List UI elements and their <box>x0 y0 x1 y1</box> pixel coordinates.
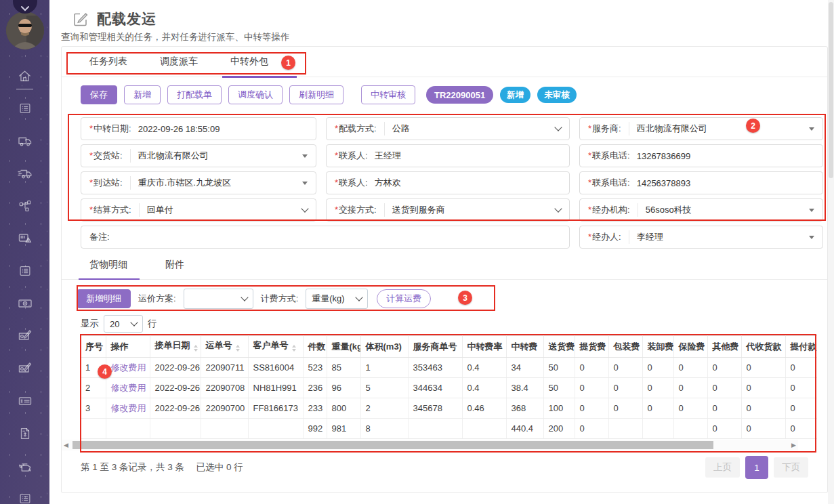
table-cell: 2 <box>360 398 408 419</box>
table-row[interactable]: 2修改费用2022-09-2622090708NH81H991236965344… <box>81 378 817 398</box>
handover-method-field[interactable]: *交接方式:送货到服务商 <box>326 198 570 222</box>
sidebar-item-cheque[interactable] <box>0 386 49 419</box>
table-cell: 22090700 <box>201 398 248 419</box>
phone-2-field[interactable]: *联系电话:14256378893 <box>579 171 823 194</box>
table-cell: 22090708 <box>201 378 248 398</box>
chevron-down-icon <box>20 5 30 12</box>
modify-fee-link[interactable]: 修改费用 <box>111 362 146 373</box>
sidebar-item-truck-fast[interactable] <box>0 159 49 191</box>
remark-field[interactable]: 备注: <box>81 226 570 249</box>
table-cell: 2022-09-26 <box>150 378 201 398</box>
table-cell <box>462 419 506 439</box>
dropdown-triangle-icon[interactable] <box>302 154 308 161</box>
modify-fee-link[interactable]: 修改费用 <box>111 403 146 413</box>
service-provider-field[interactable]: *服务商:西北物流有限公司 <box>579 117 823 140</box>
table-cell: 0 <box>741 378 785 398</box>
collapse-chevron-button[interactable] <box>13 0 37 14</box>
print-load-sheet-button[interactable]: 打配载单 <box>167 85 222 104</box>
sidebar-item-truck[interactable] <box>0 126 49 159</box>
column-header: 件数 <box>303 336 327 358</box>
calc-freight-button[interactable]: 计算运费 <box>377 289 431 308</box>
column-header[interactable]: 客户单号 <box>248 336 303 358</box>
transfer-audit-button[interactable]: 中转审核 <box>361 85 415 104</box>
settlement-method-field[interactable]: *结算方式:回单付 <box>81 198 316 222</box>
scrollbar-thumb[interactable] <box>72 441 713 449</box>
invoice-dollar-icon <box>18 426 33 444</box>
sidebar-item-oil-can[interactable] <box>0 451 49 484</box>
arrival-station-field[interactable]: *到达站:重庆市.市辖区.九龙坡区 <box>81 171 316 194</box>
column-header[interactable]: 接单日期 <box>150 336 201 358</box>
vertical-scrollbar[interactable] <box>828 0 834 504</box>
billing-method-select[interactable]: 重量(kg) <box>306 289 368 309</box>
sort-arrows-icon[interactable] <box>194 343 198 354</box>
page-1-button[interactable]: 1 <box>745 456 768 479</box>
contact-1-field[interactable]: *联系人:王经理 <box>326 144 570 167</box>
transfer-date-field[interactable]: *中转日期:2022-09-26 18:55:09 <box>81 117 316 140</box>
sidebar-item-barcode-alert[interactable] <box>0 224 49 256</box>
sort-arrows-icon[interactable] <box>292 343 296 354</box>
chevron-down-icon[interactable] <box>301 205 308 212</box>
sidebar-item-menu-list[interactable] <box>0 484 49 504</box>
phone-1-field[interactable]: *联系电话:13267836699 <box>579 144 823 167</box>
scroll-right-arrow-icon[interactable]: ▶ <box>791 442 796 448</box>
table-cell: 0 <box>575 398 608 419</box>
sidebar-item-billing-edit-2[interactable] <box>0 354 49 386</box>
price-plan-select[interactable] <box>184 289 253 309</box>
records-info: 第 1 至 3 条记录，共 3 条 已选中 0 行 <box>81 461 253 474</box>
dropdown-triangle-icon[interactable] <box>809 209 814 215</box>
next-page-button[interactable]: 下页 <box>774 457 808 478</box>
tab-transfer-outsource[interactable]: 中转外包 <box>214 47 285 77</box>
table-row[interactable]: 1修改费用2022-09-2622090711SS816004523851353… <box>81 358 817 378</box>
table-cell: 85 <box>327 358 360 378</box>
column-header[interactable]: 运单号 <box>201 336 248 358</box>
required-asterisk: * <box>335 205 338 215</box>
tab-task-list[interactable]: 任务列表 <box>73 47 144 77</box>
chevron-down-icon[interactable] <box>554 123 562 131</box>
vertical-scrollbar-thumb[interactable] <box>829 2 833 178</box>
contact-2-field[interactable]: *联系人:方林欢 <box>326 171 570 194</box>
sort-arrows-icon[interactable] <box>236 343 240 354</box>
avatar[interactable] <box>6 12 44 49</box>
sidebar-item-doc-list[interactable] <box>0 256 49 289</box>
sidebar-item-task-form[interactable] <box>0 93 49 126</box>
modify-fee-link[interactable]: 修改费用 <box>111 383 146 393</box>
dispatch-confirm-button[interactable]: 调度确认 <box>228 85 283 104</box>
table-cell: 0 <box>707 378 741 398</box>
field-label: *服务商: <box>588 123 621 135</box>
cheque-icon <box>17 393 33 412</box>
sidebar-item-invoice-dollar[interactable] <box>0 419 49 451</box>
scroll-left-arrow-icon[interactable]: ◀ <box>64 442 68 448</box>
required-asterisk: * <box>588 177 591 188</box>
sidebar-item-share-nodes[interactable] <box>0 191 49 224</box>
page-title: 配载发运 <box>97 9 157 28</box>
prev-page-button[interactable]: 上页 <box>705 457 740 478</box>
table-cell: 1 <box>360 358 408 378</box>
refresh-detail-button[interactable]: 刷新明细 <box>289 85 343 104</box>
dropdown-triangle-icon[interactable] <box>809 127 814 133</box>
subtab-cargo-detail[interactable]: 货物明细 <box>84 250 133 279</box>
handler-field[interactable]: *经办人:李经理 <box>579 226 823 249</box>
field-value: 2022-09-26 18:55:09 <box>138 124 220 134</box>
table-row[interactable]: 3修改费用2022-09-2622090700FF816617323380023… <box>81 398 817 419</box>
add-button[interactable]: 新增 <box>124 85 161 104</box>
dropdown-triangle-icon[interactable] <box>809 236 814 242</box>
delivery-station-field[interactable]: *交货站:西北物流有限公司 <box>81 144 316 167</box>
sidebar-item-billing-edit[interactable] <box>0 321 49 354</box>
sidebar-item-banknote[interactable] <box>0 289 49 321</box>
field-value: 李经理 <box>637 231 663 243</box>
subtab-attachment[interactable]: 附件 <box>160 250 190 279</box>
sidebar-item-home[interactable] <box>0 61 49 93</box>
save-button[interactable]: 保存 <box>81 85 117 104</box>
load-method-field[interactable]: *配载方式:公路 <box>326 117 570 140</box>
handling-org-field[interactable]: *经办机构:56soso科技 <box>579 198 823 222</box>
horizontal-scrollbar[interactable]: ◀ ▶ <box>62 440 798 450</box>
tab-dispatch-vehicle[interactable]: 调度派车 <box>144 47 214 77</box>
required-asterisk: * <box>89 205 93 215</box>
chevron-down-icon[interactable] <box>554 205 562 212</box>
user-photo-icon <box>6 12 44 49</box>
detail-toolbar: 新增明细 运价方案: 计费方式: 重量(kg) 计算运费 <box>77 286 827 311</box>
add-detail-button[interactable]: 新增明细 <box>77 289 131 308</box>
dropdown-triangle-icon[interactable] <box>302 182 308 188</box>
chevron-down-icon <box>130 318 138 326</box>
page-size-select[interactable]: 20 <box>104 315 143 333</box>
